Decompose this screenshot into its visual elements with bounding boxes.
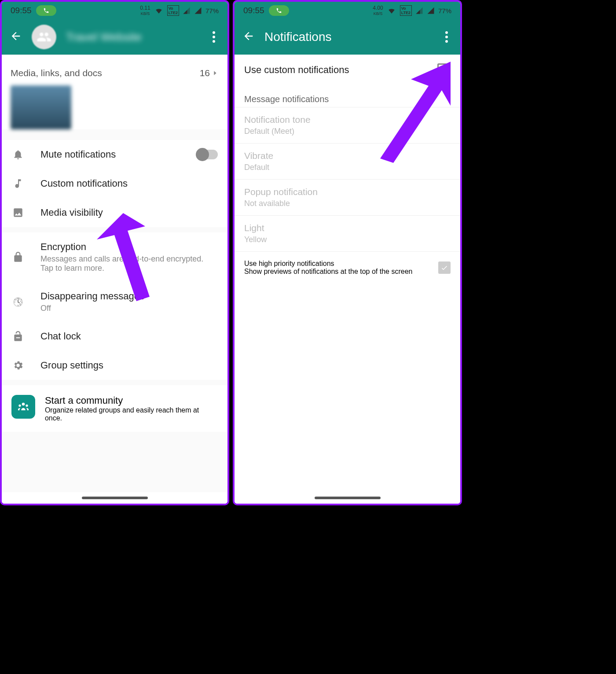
kbs-indicator: 4.00KB/S	[373, 5, 383, 16]
call-pill-icon	[269, 5, 289, 16]
gear-icon	[11, 360, 25, 371]
svg-point-0	[213, 31, 215, 34]
volte-icon: VoLTE2	[167, 5, 179, 16]
back-button[interactable]	[10, 30, 22, 44]
start-community-row[interactable]: Start a community Organize related group…	[2, 385, 227, 432]
annotation-arrow	[97, 213, 163, 301]
phone-right: 09:55 4.00KB/S VoLTE2 77% Notifications …	[233, 0, 462, 505]
media-label: Media, links, and docs	[11, 68, 102, 78]
nav-pill[interactable]	[82, 497, 148, 499]
high-priority-checkbox	[438, 261, 451, 274]
signal-icon	[415, 7, 423, 15]
wifi-icon	[387, 7, 396, 15]
signal-icon	[427, 7, 435, 15]
community-icon	[11, 395, 35, 419]
media-thumbnail[interactable]	[11, 85, 71, 129]
chat-lock-row[interactable]: Chat lock	[2, 322, 227, 351]
annotation-arrow	[380, 62, 455, 163]
svg-point-5	[445, 40, 448, 43]
nav-pill[interactable]	[315, 497, 381, 499]
lock-icon	[11, 251, 25, 263]
wifi-icon	[154, 7, 164, 15]
mute-notifications-row[interactable]: Mute notifications	[2, 140, 227, 169]
light-row: Light Yellow	[235, 215, 460, 251]
svg-point-4	[445, 36, 448, 38]
media-count: 16	[200, 68, 210, 78]
bell-icon	[11, 149, 25, 160]
timer-icon	[11, 296, 25, 308]
mute-toggle[interactable]	[197, 150, 218, 159]
more-menu-button[interactable]	[441, 31, 452, 43]
status-time: 09:55	[11, 6, 32, 15]
phone-left: 09:55 0.11KB/S VoLTE2 77% Travel Website	[0, 0, 229, 505]
group-avatar[interactable]	[32, 25, 56, 49]
svg-point-3	[445, 31, 448, 34]
more-menu-button[interactable]	[208, 31, 220, 43]
kbs-indicator: 0.11KB/S	[140, 5, 150, 16]
signal-icon	[194, 7, 202, 15]
svg-point-1	[213, 36, 215, 38]
svg-point-2	[213, 40, 215, 43]
status-time: 09:55	[243, 6, 264, 15]
chevron-right-icon	[212, 70, 219, 77]
battery-text: 77%	[205, 7, 219, 15]
volte-icon: VoLTE2	[400, 5, 412, 16]
high-priority-row: Use high priority notifications Show pre…	[235, 251, 460, 284]
battery-text: 77%	[438, 7, 451, 15]
nav-bar	[2, 492, 227, 504]
music-note-icon	[11, 178, 25, 189]
call-pill-icon	[36, 5, 56, 16]
nav-bar	[235, 492, 460, 504]
chat-title[interactable]: Travel Website	[66, 30, 198, 44]
image-icon	[11, 207, 25, 218]
status-bar: 09:55 4.00KB/S VoLTE2 77%	[235, 2, 460, 19]
back-button[interactable]	[242, 30, 255, 44]
signal-icon	[183, 7, 191, 15]
group-settings-row[interactable]: Group settings	[2, 351, 227, 380]
app-bar: Notifications	[235, 19, 460, 55]
status-bar: 09:55 0.11KB/S VoLTE2 77%	[2, 2, 227, 19]
custom-notifications-row[interactable]: Custom notifications	[2, 169, 227, 198]
media-links-docs-row[interactable]: Media, links, and docs 16	[2, 60, 227, 82]
page-title: Notifications	[264, 30, 431, 44]
app-bar: Travel Website	[2, 19, 227, 55]
chat-lock-icon	[11, 331, 25, 342]
popup-notification-row: Popup notification Not available	[235, 179, 460, 215]
